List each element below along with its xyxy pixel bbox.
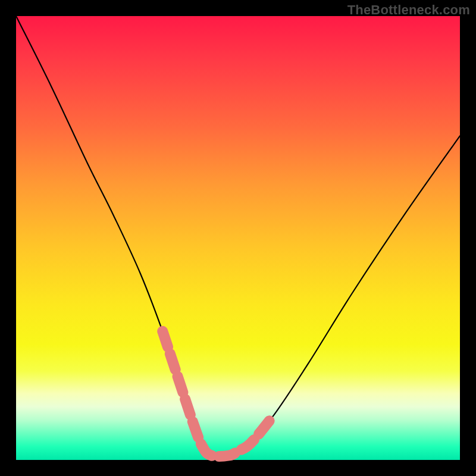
- plot-area: [16, 16, 460, 460]
- watermark-text: TheBottleneck.com: [347, 2, 470, 18]
- gradient-background: [16, 16, 460, 460]
